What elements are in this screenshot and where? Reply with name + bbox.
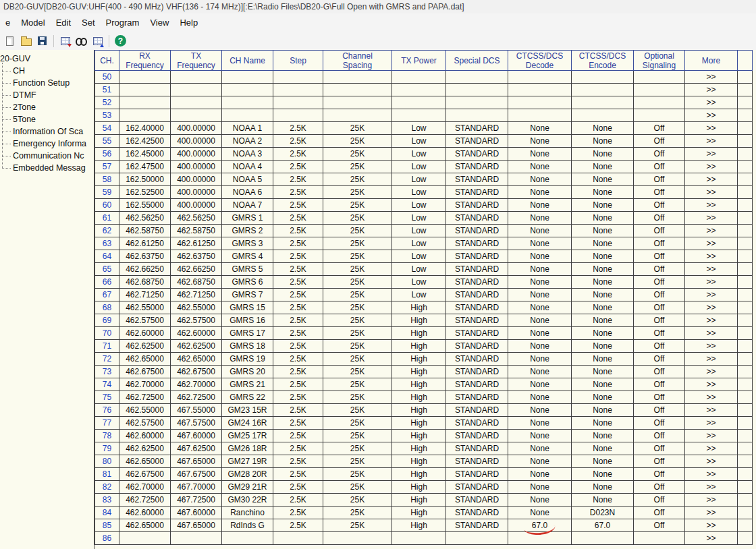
cell-special-dcs[interactable]: STANDARD (446, 173, 508, 186)
cell-optional-signaling[interactable]: Off (634, 417, 685, 430)
cell-ch[interactable]: 64 (95, 250, 119, 263)
cell-tx-frequency[interactable]: 400.00000 (171, 148, 222, 161)
cell-more[interactable]: >> (685, 148, 738, 161)
cell-ch[interactable]: 74 (95, 378, 119, 391)
cell-rx-frequency[interactable]: 462.60000 (119, 430, 171, 442)
cell-more[interactable]: >> (685, 250, 738, 263)
cell-rx-frequency[interactable]: 162.50000 (119, 173, 171, 186)
cell-ctcss-dcs-decode[interactable]: None (508, 301, 572, 314)
cell-step[interactable]: 2.5K (273, 122, 323, 135)
cell-optional-signaling[interactable]: Off (634, 276, 685, 289)
cell-rx-frequency[interactable]: 462.60000 (119, 507, 171, 519)
menu-help[interactable]: Help (174, 13, 203, 32)
cell-ch[interactable]: 77 (95, 417, 119, 430)
cell-channel-spacing[interactable]: 25K (323, 237, 392, 250)
cell-special-dcs[interactable]: STANDARD (446, 391, 508, 404)
cell-tx-frequency[interactable] (171, 109, 222, 122)
cell-ctcss-dcs-encode[interactable] (572, 71, 634, 84)
cell-optional-signaling[interactable]: Off (634, 122, 685, 135)
cell-channel-spacing[interactable]: 25K (323, 314, 392, 327)
cell-ctcss-dcs-decode[interactable]: None (508, 199, 572, 212)
cell-more[interactable]: >> (685, 366, 738, 378)
cell-optional-signaling[interactable]: Off (634, 519, 685, 532)
cell-ctcss-dcs-encode[interactable]: None (572, 430, 634, 442)
cell-tx-frequency[interactable]: 462.62500 (171, 340, 222, 353)
cell-channel-spacing[interactable]: 25K (323, 455, 392, 468)
cell-special-dcs[interactable]: STANDARD (446, 353, 508, 366)
cell-ctcss-dcs-encode[interactable]: None (572, 391, 634, 404)
cell-rx-frequency[interactable] (119, 109, 171, 122)
cell-step[interactable] (273, 96, 323, 109)
cell-rx-frequency[interactable]: 462.61250 (119, 237, 171, 250)
cell-tx-frequency[interactable]: 467.72500 (171, 494, 222, 507)
cell-ctcss-dcs-decode[interactable]: None (508, 340, 572, 353)
cell-rx-frequency[interactable]: 462.72500 (119, 494, 171, 507)
cell-ch-name[interactable]: Ranchino (222, 507, 273, 519)
cell-special-dcs[interactable]: STANDARD (446, 263, 508, 276)
cell-rx-frequency[interactable]: 462.62500 (119, 340, 171, 353)
cell-ctcss-dcs-encode[interactable]: None (572, 161, 634, 173)
cell-channel-spacing[interactable] (323, 109, 392, 122)
cell-tx-power[interactable]: High (392, 314, 446, 327)
cell-tx-power[interactable] (392, 84, 446, 96)
cell-more[interactable]: >> (685, 71, 738, 84)
cell-tx-frequency[interactable]: 467.60000 (171, 507, 222, 519)
cell-ch-name[interactable]: GMRS 4 (222, 250, 273, 263)
cell-optional-signaling[interactable]: Off (634, 366, 685, 378)
cell-tx-power[interactable]: High (392, 366, 446, 378)
cell-more[interactable]: >> (685, 135, 738, 148)
cell-more[interactable]: >> (685, 494, 738, 507)
cell-special-dcs[interactable]: STANDARD (446, 122, 508, 135)
open-file-icon[interactable] (19, 34, 33, 48)
cell-ch[interactable]: 75 (95, 391, 119, 404)
cell-ch[interactable]: 69 (95, 314, 119, 327)
cell-ctcss-dcs-decode[interactable]: None (508, 417, 572, 430)
cell-ctcss-dcs-encode[interactable]: None (572, 455, 634, 468)
cell-optional-signaling[interactable]: Off (634, 391, 685, 404)
cell-tx-power[interactable]: Low (392, 276, 446, 289)
cell-tx-power[interactable]: Low (392, 212, 446, 225)
cell-ctcss-dcs-encode[interactable]: None (572, 417, 634, 430)
cell-special-dcs[interactable]: STANDARD (446, 186, 508, 199)
cell-ch[interactable]: 54 (95, 122, 119, 135)
cell-rx-frequency[interactable]: 462.58750 (119, 225, 171, 237)
cell-tx-frequency[interactable]: 467.57500 (171, 417, 222, 430)
cell-ch[interactable]: 82 (95, 481, 119, 494)
cell-tx-power[interactable]: Low (392, 173, 446, 186)
cell-step[interactable] (273, 71, 323, 84)
cell-ch[interactable]: 53 (95, 109, 119, 122)
cell-ch[interactable]: 52 (95, 96, 119, 109)
cell-ctcss-dcs-decode[interactable]: None (508, 148, 572, 161)
cell-tx-frequency[interactable]: 462.57500 (171, 314, 222, 327)
cell-ch-name[interactable]: NOAA 6 (222, 186, 273, 199)
cell-special-dcs[interactable] (446, 96, 508, 109)
cell-ctcss-dcs-decode[interactable]: None (508, 430, 572, 442)
cell-optional-signaling[interactable]: Off (634, 289, 685, 301)
tree-item-ch[interactable]: CH (2, 65, 94, 77)
cell-channel-spacing[interactable]: 25K (323, 481, 392, 494)
cell-tx-power[interactable]: Low (392, 225, 446, 237)
cell-channel-spacing[interactable]: 25K (323, 135, 392, 148)
cell-channel-spacing[interactable]: 25K (323, 225, 392, 237)
cell-tx-frequency[interactable]: 467.55000 (171, 404, 222, 417)
cell-ch[interactable]: 70 (95, 327, 119, 340)
cell-channel-spacing[interactable]: 25K (323, 327, 392, 340)
cell-channel-spacing[interactable]: 25K (323, 442, 392, 455)
cell-special-dcs[interactable]: STANDARD (446, 519, 508, 532)
cell-tx-frequency[interactable]: 462.55000 (171, 301, 222, 314)
cell-channel-spacing[interactable]: 25K (323, 468, 392, 481)
find-icon[interactable] (74, 34, 88, 48)
menu-e[interactable]: e (0, 13, 16, 32)
cell-ch-name[interactable]: GM30 22R (222, 494, 273, 507)
cell-optional-signaling[interactable]: Off (634, 327, 685, 340)
cell-tx-power[interactable]: High (392, 378, 446, 391)
cell-ctcss-dcs-decode[interactable]: None (508, 455, 572, 468)
cell-ch[interactable]: 80 (95, 455, 119, 468)
cell-ch-name[interactable]: NOAA 3 (222, 148, 273, 161)
tree-item-5tone[interactable]: 5Tone (2, 113, 94, 125)
cell-tx-power[interactable]: High (392, 404, 446, 417)
save-file-icon[interactable] (35, 34, 49, 48)
cell-ch-name[interactable]: GMRS 2 (222, 225, 273, 237)
cell-special-dcs[interactable] (446, 84, 508, 96)
cell-ctcss-dcs-encode[interactable]: None (572, 237, 634, 250)
